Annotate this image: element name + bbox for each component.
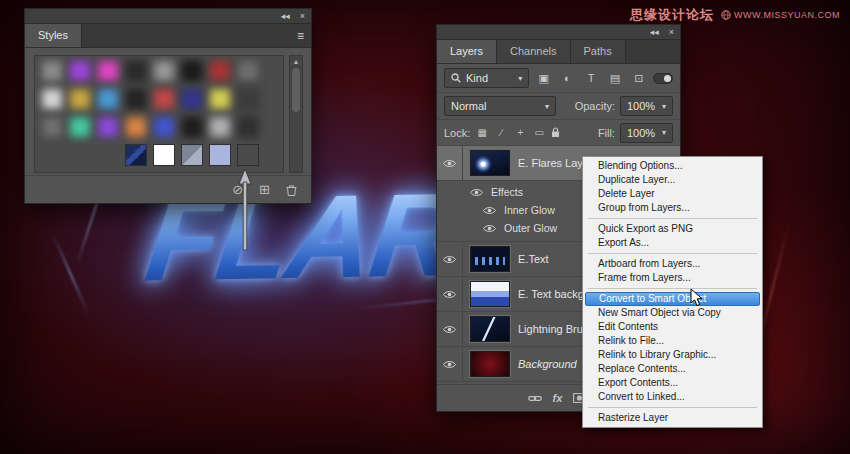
menu-item[interactable]: Duplicate Layer... [585, 173, 760, 187]
style-swatch[interactable] [153, 60, 175, 82]
menu-item[interactable]: Rasterize Layer [585, 411, 760, 425]
effect-name[interactable]: Outer Glow [504, 222, 557, 234]
effect-name[interactable]: Inner Glow [504, 204, 555, 216]
style-swatch[interactable] [237, 60, 259, 82]
tab-layers[interactable]: Layers [437, 40, 497, 63]
visibility-toggle-eye-icon[interactable] [437, 312, 463, 346]
style-swatch[interactable] [237, 88, 259, 110]
fill-dropdown[interactable]: 100% ▾ [620, 123, 673, 143]
visibility-toggle-eye-icon[interactable] [437, 146, 463, 180]
layer-filtering-toggle[interactable] [653, 73, 673, 84]
style-swatch[interactable] [209, 60, 231, 82]
style-swatch[interactable] [69, 60, 91, 82]
menu-item[interactable]: Convert to Linked... [585, 390, 760, 404]
scroll-up-icon[interactable]: ▲ [290, 56, 302, 67]
menu-item[interactable]: Quick Export as PNG [585, 222, 760, 236]
layer-thumbnail[interactable] [470, 316, 510, 342]
style-swatch[interactable] [41, 60, 63, 82]
menu-item[interactable]: Frame from Layers... [585, 271, 760, 285]
menu-item[interactable]: Artboard from Layers... [585, 257, 760, 271]
globe-icon [721, 10, 731, 20]
menu-item[interactable]: Export Contents... [585, 376, 760, 390]
style-swatch[interactable] [209, 116, 231, 138]
style-swatch[interactable] [97, 88, 119, 110]
blend-mode-row: Normal ▾ Opacity: 100% ▾ [437, 93, 680, 120]
delete-style-icon[interactable] [286, 184, 297, 196]
layer-style-icon[interactable]: fx [553, 392, 563, 404]
tab-styles[interactable]: Styles [25, 24, 82, 47]
style-swatch[interactable] [125, 60, 147, 82]
layer-name[interactable]: E.Text [518, 253, 549, 265]
menu-item[interactable]: Replace Contents... [585, 362, 760, 376]
visibility-toggle-eye-icon[interactable] [437, 277, 463, 311]
link-layers-icon[interactable] [528, 394, 542, 403]
style-swatch[interactable] [237, 144, 259, 166]
lock-all-icon[interactable] [551, 127, 560, 138]
style-swatch[interactable] [153, 144, 175, 166]
style-swatch[interactable] [69, 88, 91, 110]
filter-smart-objects-icon[interactable]: ⊡ [629, 69, 648, 87]
style-swatch[interactable] [153, 116, 175, 138]
close-panel-icon[interactable]: × [300, 12, 305, 21]
new-style-icon[interactable]: ⊞ [259, 183, 270, 196]
style-swatch[interactable] [97, 116, 119, 138]
style-swatch[interactable] [181, 116, 203, 138]
layer-thumbnail[interactable] [470, 246, 510, 272]
style-swatch[interactable] [153, 88, 175, 110]
visibility-toggle-eye-icon[interactable] [437, 347, 463, 381]
style-swatch[interactable] [125, 88, 147, 110]
style-swatch[interactable] [209, 88, 231, 110]
style-swatch[interactable] [41, 116, 63, 138]
filter-adjustment-layers-icon[interactable]: ◐ [558, 69, 577, 87]
style-swatch[interactable] [237, 116, 259, 138]
lock-row: Lock: ▦ ∕ + ▭ Fill: 100% ▾ [437, 120, 680, 146]
effects-visibility-eye-icon[interactable] [470, 183, 483, 201]
menu-item[interactable]: Delete Layer [585, 187, 760, 201]
fill-label: Fill: [598, 127, 615, 139]
menu-item[interactable]: Group from Layers... [585, 201, 760, 215]
collapse-panel-icon[interactable]: ◂◂ [650, 28, 659, 37]
menu-item[interactable]: Edit Contents [585, 320, 760, 334]
menu-item[interactable]: Relink to Library Graphic... [585, 348, 760, 362]
style-swatch[interactable] [69, 116, 91, 138]
menu-item[interactable]: Export As... [585, 236, 760, 250]
style-swatch[interactable] [41, 88, 63, 110]
layer-thumbnail[interactable] [470, 351, 510, 377]
panel-menu-icon[interactable]: ≡ [297, 29, 304, 43]
lock-position-icon[interactable]: + [513, 127, 527, 138]
collapse-panel-icon[interactable]: ◂◂ [281, 12, 290, 21]
menu-item[interactable]: Relink to File... [585, 334, 760, 348]
blend-mode-dropdown[interactable]: Normal ▾ [444, 96, 556, 116]
style-swatch[interactable] [181, 60, 203, 82]
close-panel-icon[interactable]: × [669, 28, 674, 37]
filter-type-layers-icon[interactable]: T [582, 69, 601, 87]
lock-artboard-icon[interactable]: ▭ [532, 127, 546, 138]
scrollbar-thumb[interactable] [292, 68, 300, 112]
menu-item[interactable]: New Smart Object via Copy [585, 306, 760, 320]
layers-panel-header: ◂◂ × [437, 25, 680, 40]
style-swatch[interactable] [181, 144, 203, 166]
kind-filter-dropdown[interactable]: Kind ▾ [444, 68, 529, 88]
lock-transparency-icon[interactable]: ▦ [475, 127, 489, 138]
tab-paths[interactable]: Paths [571, 40, 626, 63]
style-swatch[interactable] [209, 144, 231, 166]
effect-visibility-eye-icon[interactable] [483, 219, 496, 237]
layer-thumbnail[interactable] [470, 150, 510, 176]
style-swatch[interactable] [97, 60, 119, 82]
opacity-dropdown[interactable]: 100% ▾ [620, 96, 673, 116]
styles-swatch-grid [34, 55, 284, 173]
visibility-toggle-eye-icon[interactable] [437, 242, 463, 276]
style-swatch[interactable] [125, 116, 147, 138]
style-swatch[interactable] [181, 88, 203, 110]
layer-name[interactable]: Background [518, 358, 577, 370]
effect-visibility-eye-icon[interactable] [483, 201, 496, 219]
filter-group-layers-icon[interactable]: ▤ [606, 69, 625, 87]
lock-pixels-icon[interactable]: ∕ [494, 127, 508, 138]
style-swatch[interactable] [125, 144, 147, 166]
menu-item[interactable]: Convert to Smart Object [585, 292, 760, 306]
menu-item[interactable]: Blending Options... [585, 159, 760, 173]
filter-pixel-layers-icon[interactable]: ▣ [534, 69, 553, 87]
styles-scrollbar[interactable]: ▲ [289, 55, 303, 173]
tab-channels[interactable]: Channels [497, 40, 570, 63]
layer-thumbnail[interactable] [470, 281, 510, 307]
